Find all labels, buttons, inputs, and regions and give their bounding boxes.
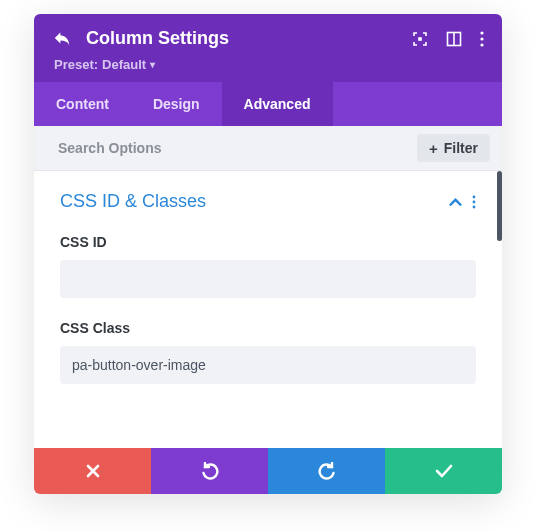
svg-point-7 [473, 200, 476, 203]
content-area: CSS ID & Classes CSS ID CSS Class [34, 171, 502, 448]
scrollbar-thumb[interactable] [497, 171, 502, 241]
css-class-input[interactable] [60, 346, 476, 384]
svg-rect-0 [418, 37, 422, 41]
preset-value: Default [102, 57, 146, 72]
svg-point-8 [473, 205, 476, 208]
chevron-up-icon[interactable] [449, 194, 462, 210]
search-row: + Filter [34, 126, 502, 171]
search-input[interactable] [58, 140, 417, 156]
focus-icon[interactable] [412, 31, 428, 47]
section-actions [449, 194, 476, 210]
plus-icon: + [429, 141, 438, 156]
chevron-down-icon: ▾ [150, 59, 155, 70]
preset-selector[interactable]: Preset: Default ▾ [52, 57, 484, 72]
svg-point-6 [473, 195, 476, 198]
save-button[interactable] [385, 448, 502, 494]
layout-icon[interactable] [446, 31, 462, 47]
modal-title: Column Settings [86, 28, 398, 49]
undo-button[interactable] [151, 448, 268, 494]
header-icons [412, 31, 484, 47]
modal-header: Column Settings [34, 14, 502, 82]
svg-point-3 [480, 31, 483, 34]
svg-point-5 [480, 43, 483, 46]
back-arrow-icon[interactable] [52, 29, 72, 49]
header-kebab-icon[interactable] [480, 31, 484, 47]
css-class-label: CSS Class [60, 320, 476, 336]
css-id-input[interactable] [60, 260, 476, 298]
section-header: CSS ID & Classes [60, 191, 476, 212]
footer-actions [34, 448, 502, 494]
filter-label: Filter [444, 140, 478, 156]
preset-prefix: Preset: [54, 57, 98, 72]
tab-design[interactable]: Design [131, 82, 222, 126]
section-title[interactable]: CSS ID & Classes [60, 191, 206, 212]
tab-bar: Content Design Advanced [34, 82, 502, 126]
section-kebab-icon[interactable] [472, 195, 476, 209]
redo-button[interactable] [268, 448, 385, 494]
filter-button[interactable]: + Filter [417, 134, 490, 162]
tab-content[interactable]: Content [34, 82, 131, 126]
column-settings-modal: Column Settings [34, 14, 502, 494]
svg-point-4 [480, 37, 483, 40]
header-top-row: Column Settings [52, 28, 484, 49]
tab-advanced[interactable]: Advanced [222, 82, 333, 126]
cancel-button[interactable] [34, 448, 151, 494]
css-id-label: CSS ID [60, 234, 476, 250]
